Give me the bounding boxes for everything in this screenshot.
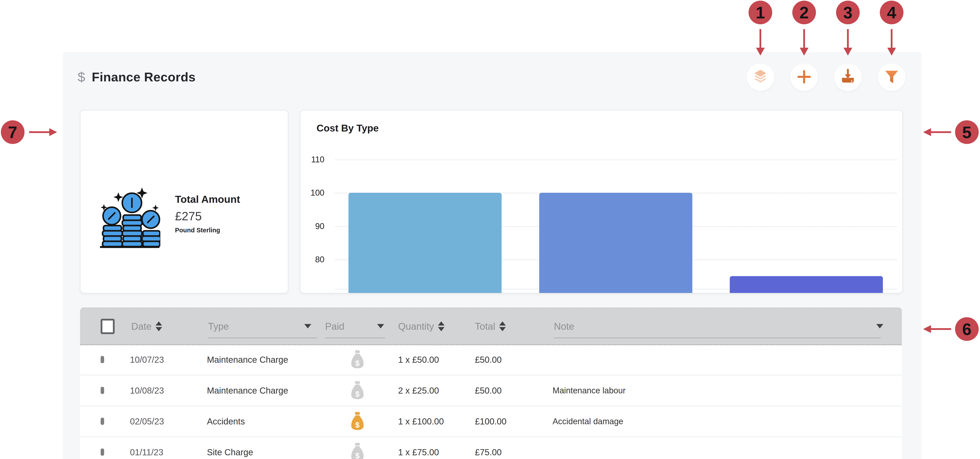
total-amount-value: £275: [175, 209, 240, 223]
table-header-row: Date Type Paid Quantity Total Note: [80, 308, 902, 345]
quantity-column-label: Quantity: [398, 321, 434, 332]
cell-total: £100.00: [475, 416, 507, 426]
type-filter-dropdown-icon[interactable]: [304, 324, 311, 328]
note-filter-underline: [554, 338, 881, 338]
y-tick-label: 80: [309, 255, 325, 264]
arrow-head-icon: [887, 48, 896, 56]
cell-note: Accidental damage: [552, 417, 623, 426]
money-bag-icon: $: [350, 443, 364, 459]
annotation-badge-4: 4: [880, 1, 904, 24]
chart-title: Cost By Type: [317, 123, 379, 134]
cell-type: Accidents: [207, 416, 245, 426]
annotation-arrow-4: [891, 29, 892, 48]
y-tick-label: 110: [309, 155, 325, 164]
checkbox-icon: [100, 418, 104, 425]
row-checkbox[interactable]: [100, 450, 104, 454]
arrow-head-icon: [843, 48, 852, 56]
table-row[interactable]: 10/07/23 Maintenance Charge $ 1 x £50.00…: [80, 345, 902, 374]
layers-button[interactable]: [746, 64, 774, 91]
cell-total: £75.00: [475, 448, 501, 457]
money-bag-icon: $: [350, 412, 364, 431]
cell-quantity: 2 x £25.00: [398, 386, 439, 395]
coin-stacks-icon: [99, 183, 160, 249]
annotation-arrow-2: [803, 29, 805, 48]
column-header-quantity[interactable]: Quantity: [398, 321, 444, 332]
cell-type: Maintenance Charge: [207, 355, 288, 365]
arrow-head-icon: [756, 48, 765, 56]
annotation-badge-1: 1: [749, 1, 772, 24]
row-checkbox[interactable]: [100, 358, 104, 362]
annotation-arrow-7: [29, 131, 49, 133]
annotation-badge-7: 7: [1, 120, 24, 144]
total-amount-label: Total Amount: [175, 193, 240, 205]
annotation-badge-2: 2: [792, 1, 816, 24]
bar-maintenance-charge: [348, 193, 501, 293]
checkbox-icon: [100, 448, 104, 456]
annotation-arrow-6: [931, 328, 951, 330]
arrow-head-icon: [49, 128, 57, 136]
cell-date: 02/05/23: [130, 416, 164, 426]
paid-filter-underline: [325, 338, 385, 338]
svg-text:$: $: [355, 390, 360, 398]
date-column-label: Date: [131, 321, 151, 332]
cell-total: £50.00: [475, 355, 501, 365]
sort-icon: [438, 321, 444, 331]
svg-text:$: $: [355, 359, 360, 367]
checkbox-icon: [100, 319, 115, 334]
cell-quantity: 1 x £50.00: [398, 355, 439, 365]
cell-type: Site Charge: [207, 448, 253, 457]
finance-records-page: $ Finance Records: [0, 0, 980, 459]
column-header-type[interactable]: Type: [208, 321, 229, 332]
cell-date: 10/08/23: [130, 386, 164, 395]
cell-quantity: 1 x £75.00: [398, 448, 439, 457]
page-header: $ Finance Records: [78, 70, 196, 84]
filter-button[interactable]: [878, 64, 905, 91]
add-record-button[interactable]: [790, 64, 818, 91]
table-row[interactable]: 10/08/23 Maintenance Charge $ 2 x £25.00…: [80, 376, 902, 405]
note-filter-dropdown-icon[interactable]: [876, 324, 883, 328]
type-filter-underline: [208, 338, 317, 338]
column-header-note[interactable]: Note: [554, 321, 574, 332]
currency-label: Pound Sterling: [175, 227, 240, 234]
column-header-paid[interactable]: Paid: [325, 321, 344, 332]
annotation-arrow-1: [759, 29, 761, 48]
checkbox-icon: [100, 356, 104, 363]
annotation-badge-5: 5: [955, 120, 979, 144]
total-amount-card: Total Amount £275 Pound Sterling: [80, 110, 288, 293]
svg-text:$: $: [355, 421, 360, 429]
cell-date: 01/11/23: [130, 448, 164, 457]
cell-quantity: 1 x £100.00: [398, 416, 444, 426]
annotation-arrow-5: [931, 131, 951, 133]
cell-date: 10/07/23: [130, 355, 164, 365]
paid-filter-dropdown-icon[interactable]: [377, 324, 384, 328]
row-checkbox[interactable]: [100, 389, 104, 392]
dollar-sign-icon: $: [78, 70, 85, 84]
arrow-head-icon: [923, 128, 931, 136]
cell-type: Maintenance Charge: [207, 386, 288, 395]
row-checkbox[interactable]: [100, 419, 104, 423]
page-title: Finance Records: [92, 70, 196, 84]
cost-by-type-chart: Cost By Type 110 100 90 80: [300, 110, 903, 293]
cell-total: £50.00: [475, 386, 501, 395]
money-bag-icon: $: [350, 350, 364, 369]
table-row[interactable]: 01/11/23 Site Charge $ 1 x £75.00 £75.00: [80, 438, 902, 459]
column-header-date[interactable]: Date: [131, 321, 162, 332]
y-tick-label: 100: [309, 188, 325, 198]
bar-accidents: [539, 193, 692, 293]
arrow-head-icon: [923, 325, 931, 333]
finance-table: Date Type Paid Quantity Total Note: [80, 308, 902, 459]
type-column-label: Type: [208, 321, 229, 332]
layers-icon: [752, 69, 768, 86]
sort-icon: [156, 321, 162, 331]
filter-icon: [883, 69, 900, 86]
column-header-total[interactable]: Total: [475, 321, 506, 332]
annotation-badge-3: 3: [836, 1, 860, 24]
select-all-checkbox[interactable]: [100, 319, 115, 334]
total-column-label: Total: [475, 321, 495, 332]
annotation-badge-6: 6: [955, 317, 979, 341]
checkbox-icon: [100, 387, 104, 394]
money-bag-icon: $: [350, 381, 364, 400]
sort-icon: [499, 321, 506, 331]
table-row[interactable]: 02/05/23 Accidents $ 1 x £100.00 £100.00…: [80, 407, 902, 436]
download-button[interactable]: [834, 64, 862, 91]
